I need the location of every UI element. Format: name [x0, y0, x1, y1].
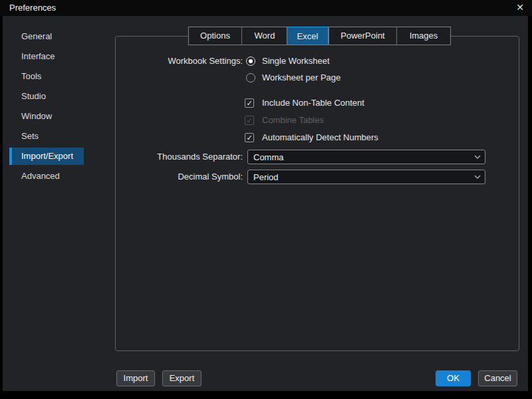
sidebar-item-interface[interactable]: Interface: [9, 48, 84, 65]
titlebar: Preferences ✕: [0, 0, 532, 16]
decimal-symbol-select[interactable]: Period: [247, 170, 485, 184]
check-icon: ✓: [246, 134, 252, 142]
decimal-symbol-value: Period: [248, 172, 470, 182]
radio-worksheet-per-page[interactable]: [246, 73, 255, 82]
sidebar-item-studio[interactable]: Studio: [9, 88, 84, 105]
tab-options[interactable]: Options: [189, 27, 241, 45]
decimal-symbol-label: Decimal Symbol:: [115, 172, 243, 182]
check-icon: ✓: [246, 116, 252, 124]
sidebar-item-general[interactable]: General: [9, 28, 84, 45]
tab-powerpoint[interactable]: PowerPoint: [329, 27, 396, 45]
tab-word[interactable]: Word: [241, 27, 287, 45]
checkbox-automatically-detect-numbers[interactable]: ✓: [245, 133, 254, 142]
tab-images[interactable]: Images: [396, 27, 450, 45]
sidebar-item-advanced[interactable]: Advanced: [9, 168, 84, 185]
sidebar-item-window[interactable]: Window: [9, 108, 84, 125]
tab-bar: Options Word Excel PowerPoint Images: [188, 27, 451, 45]
radio-worksheet-per-page-label[interactable]: Worksheet per Page: [262, 72, 340, 83]
preferences-dialog: Preferences ✕ General Interface Tools St…: [0, 0, 532, 399]
tab-excel[interactable]: Excel: [287, 27, 329, 45]
sidebar-item-sets[interactable]: Sets: [9, 128, 84, 145]
radio-single-worksheet-label[interactable]: Single Worksheet: [262, 56, 330, 66]
thousands-separator-value: Comma: [248, 152, 470, 162]
thousands-separator-label: Thousands Separator:: [115, 152, 243, 162]
check-icon: ✓: [246, 99, 252, 107]
thousands-separator-select[interactable]: Comma: [247, 150, 485, 164]
ok-button[interactable]: OK: [436, 370, 471, 386]
close-icon[interactable]: ✕: [516, 2, 524, 13]
checkbox-include-non-table-content[interactable]: ✓: [245, 98, 254, 108]
workbook-settings-label: Workbook Settings:: [115, 56, 243, 66]
content-panel: [115, 36, 519, 351]
sidebar-item-import-export[interactable]: Import/Export: [9, 148, 84, 165]
checkbox-combine-tables: ✓: [245, 116, 254, 125]
checkbox-include-non-table-content-label[interactable]: Include Non-Table Content: [262, 98, 364, 108]
chevron-down-icon: [470, 155, 485, 159]
import-button[interactable]: Import: [116, 370, 155, 386]
sidebar-item-tools[interactable]: Tools: [9, 68, 84, 85]
checkbox-combine-tables-label: Combine Tables: [262, 115, 324, 126]
export-button[interactable]: Export: [162, 370, 201, 386]
radio-single-worksheet[interactable]: [246, 57, 255, 66]
chevron-down-icon: [470, 175, 485, 179]
cancel-button[interactable]: Cancel: [478, 370, 517, 386]
window-title: Preferences: [9, 3, 56, 13]
checkbox-automatically-detect-numbers-label[interactable]: Automatically Detect Numbers: [262, 132, 378, 143]
